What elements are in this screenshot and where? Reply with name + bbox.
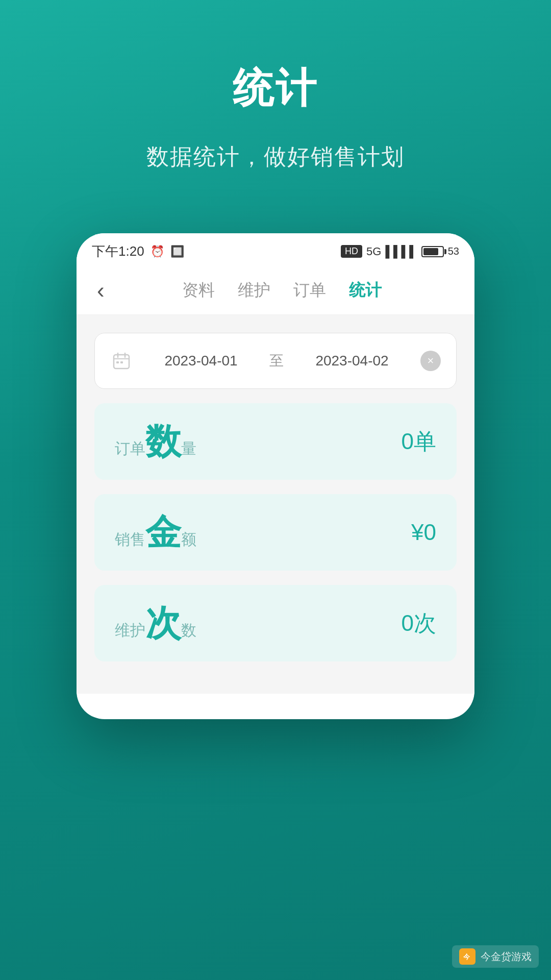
stat-value-orders: 0单 [402, 427, 436, 457]
stat-label-suffix-sales: 额 [181, 529, 196, 550]
tab-ziliao[interactable]: 资料 [182, 277, 215, 304]
network-icon: 5G [366, 245, 381, 258]
nfc-icon: 🔲 [170, 245, 184, 258]
stat-label-orders: 订单 数 量 [115, 424, 196, 459]
page-header: 统计 数据统计，做好销售计划 [146, 61, 405, 172]
stat-label-maintenance: 维护 次 数 [115, 605, 196, 641]
clear-button[interactable]: × [420, 351, 441, 371]
status-bar: 下午1:20 ⏰ 🔲 HD 5G ▌▌▌▌ 53 [77, 233, 474, 266]
phone-content: 2023-04-01 至 2023-04-02 × 订单 数 量 0单 销售 金… [77, 315, 474, 694]
battery-text: 53 [448, 246, 459, 257]
stat-label-prefix-orders: 订单 [115, 438, 145, 459]
status-time: 下午1:20 [92, 242, 144, 260]
nav-tabs: 资料 维护 订单 统计 [120, 277, 454, 304]
alarm-icon: ⏰ [151, 245, 164, 258]
stat-label-suffix-orders: 量 [181, 438, 196, 459]
stat-label-big-sales: 金 [145, 514, 181, 550]
hd-badge: HD [341, 245, 362, 258]
stat-label-suffix-maintenance: 数 [181, 620, 196, 641]
date-end[interactable]: 2023-04-02 [294, 353, 410, 369]
nav-bar: ‹ 资料 维护 订单 统计 [77, 266, 474, 315]
page-title: 统计 [146, 61, 405, 116]
back-button[interactable]: ‹ [97, 278, 105, 303]
page-subtitle: 数据统计，做好销售计划 [146, 142, 405, 172]
date-separator: 至 [269, 351, 284, 371]
status-right: HD 5G ▌▌▌▌ 53 [341, 245, 459, 258]
svg-rect-5 [120, 361, 123, 363]
clear-icon: × [428, 354, 434, 368]
svg-rect-4 [116, 361, 119, 363]
status-left: 下午1:20 ⏰ 🔲 [92, 242, 184, 260]
stat-card-sales: 销售 金 额 ¥0 [94, 494, 457, 571]
back-icon: ‹ [97, 278, 105, 303]
tab-tongji[interactable]: 统计 [349, 277, 382, 304]
stat-label-prefix-maintenance: 维护 [115, 620, 145, 641]
tab-weihu[interactable]: 维护 [238, 277, 270, 304]
signal-icon: ▌▌▌▌ [385, 245, 417, 258]
watermark: 今 今金贷游戏 [452, 945, 539, 968]
stat-label-big-maintenance: 次 [145, 605, 181, 641]
calendar-icon [110, 350, 133, 372]
phone-mockup: 下午1:20 ⏰ 🔲 HD 5G ▌▌▌▌ 53 ‹ 资料 维护 订单 统计 [77, 233, 474, 719]
stat-label-sales: 销售 金 额 [115, 514, 196, 550]
date-start[interactable]: 2023-04-01 [143, 353, 259, 369]
stat-value-sales: ¥0 [411, 520, 436, 545]
watermark-logo: 今 [459, 948, 475, 965]
watermark-text: 今金贷游戏 [481, 950, 532, 964]
stat-card-orders: 订单 数 量 0单 [94, 403, 457, 480]
stat-card-maintenance: 维护 次 数 0次 [94, 585, 457, 662]
stat-value-maintenance: 0次 [402, 608, 436, 639]
tab-dingdan[interactable]: 订单 [293, 277, 326, 304]
date-range-card[interactable]: 2023-04-01 至 2023-04-02 × [94, 333, 457, 389]
stat-label-big-orders: 数 [145, 424, 181, 459]
svg-text:今: 今 [463, 953, 470, 961]
battery-indicator [421, 246, 444, 257]
stat-label-prefix-sales: 销售 [115, 529, 145, 550]
battery-fill [423, 248, 438, 255]
